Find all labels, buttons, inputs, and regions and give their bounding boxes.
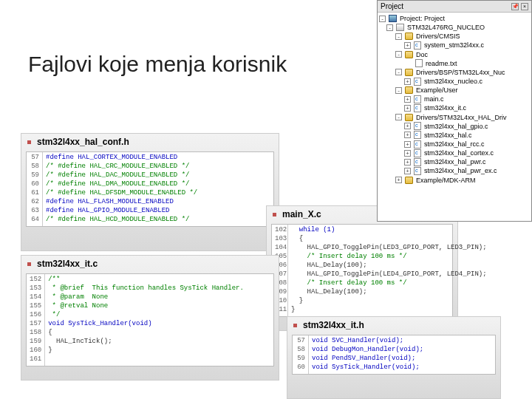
txt-icon <box>415 59 423 67</box>
project-panel-title: Project 📌 × <box>378 1 531 13</box>
code-line: /** <box>48 276 244 284</box>
code-line: * @param None <box>48 293 244 302</box>
line-number: 104 <box>275 244 284 253</box>
tree-item[interactable]: +stm32l4xx_hal_pwr.c <box>379 157 530 166</box>
tree-item-label: stm32l4xx_hal_gpio.c <box>424 122 488 131</box>
code-line: /* Insert delay 100 ms */ <box>291 253 487 262</box>
line-number: 64 <box>30 216 39 225</box>
project-title-text: Project <box>381 2 403 10</box>
code-line: */ <box>48 311 244 320</box>
cfile-icon <box>414 104 421 112</box>
expand-icon[interactable]: + <box>404 123 411 129</box>
tree-item-label: readme.txt <box>426 59 457 68</box>
tree-item[interactable]: +stm32l4xx_nucleo.c <box>379 77 530 86</box>
tree-item[interactable]: +stm32l4xx_hal_cortex.c <box>379 149 530 157</box>
code-line: } <box>48 347 244 355</box>
expand-icon[interactable]: + <box>404 150 411 157</box>
code-line: #define HAL_FLASH_MODULE_ENABLED <box>46 198 197 207</box>
expand-icon[interactable]: + <box>404 159 411 166</box>
line-number: 59 <box>30 171 39 180</box>
project-panel: Project 📌 × -Project: Project-STM32L476R… <box>377 0 532 222</box>
expand-icon[interactable]: + <box>404 168 411 174</box>
line-number: 62 <box>30 198 39 207</box>
tree-item-label: stm32l4xx_nucleo.c <box>424 77 482 86</box>
panel-header: stm32l4xx_hal_conf.h <box>21 134 279 150</box>
collapse-icon[interactable]: - <box>395 51 402 58</box>
bullet-icon <box>27 262 31 266</box>
line-number: 58 <box>296 346 305 355</box>
tree-item-label: stm32l4xx_hal.c <box>424 131 472 140</box>
code-line: /* #define HAL_DMA_MODULE_ENABLED */ <box>46 180 197 189</box>
project-tree[interactable]: -Project: Project-STM32L476RG_NUCLEO-Dri… <box>378 13 531 186</box>
line-number: 60 <box>296 364 305 372</box>
code-line: #define HAL_GPIO_MODULE_ENABLED <box>46 207 197 216</box>
cfile-icon <box>414 167 421 175</box>
tree-item-label: Drivers/STM32L4xx_HAL_Driv <box>416 113 507 122</box>
collapse-icon[interactable]: - <box>395 114 402 120</box>
code-line: /* #define HAL_DAC_MODULE_ENABLED */ <box>46 171 197 180</box>
expand-icon[interactable]: + <box>404 105 411 112</box>
collapse-icon[interactable]: - <box>379 16 386 22</box>
tree-item[interactable]: +main.c <box>379 95 530 103</box>
line-number: 160 <box>30 347 41 355</box>
code-line: void SysTick_Handler(void); <box>312 364 423 372</box>
close-icon[interactable]: × <box>521 3 528 10</box>
pin-icon[interactable]: 📌 <box>511 3 519 10</box>
tree-item[interactable]: -STM32L476RG_NUCLEO <box>379 23 530 32</box>
expand-icon[interactable]: + <box>404 132 411 138</box>
tree-item[interactable]: -Project: Project <box>379 14 530 23</box>
tree-item[interactable]: +stm32l4xx_hal_pwr_ex.c <box>379 166 530 175</box>
tree-item[interactable]: -Drivers/CMSIS <box>379 32 530 41</box>
code-line: HAL_Delay(100); <box>291 262 487 270</box>
line-number: 154 <box>30 293 41 302</box>
bullet-icon <box>273 213 276 216</box>
tree-item[interactable]: +stm32l4xx_it.c <box>379 103 530 112</box>
cfile-icon <box>414 149 421 157</box>
panel-header: stm32l4xx_it.h <box>287 317 500 333</box>
line-number: 63 <box>30 207 39 216</box>
expand-icon[interactable]: + <box>404 96 411 103</box>
tree-item[interactable]: +stm32l4xx_hal_gpio.c <box>379 122 530 131</box>
cfile-icon <box>414 140 421 149</box>
cfile-icon <box>414 122 421 130</box>
tree-item[interactable]: +system_stm32l4xx.c <box>379 41 530 50</box>
line-number: 58 <box>30 163 39 171</box>
line-number: 159 <box>30 338 41 347</box>
collapse-icon[interactable]: - <box>386 24 393 31</box>
tree-item[interactable]: -Drivers/BSP/STM32L4xx_Nuc <box>379 68 530 77</box>
line-number: 158 <box>30 329 41 338</box>
line-number: 60 <box>30 180 39 189</box>
panel-it-c: stm32l4xx_it.c 1521531541551561571581591… <box>21 255 279 381</box>
code-line: /* #define HAL_CRC_MODULE_ENABLED */ <box>46 163 197 171</box>
expand-icon[interactable]: + <box>395 177 402 183</box>
code-line: HAL_GPIO_TogglePin(LED3_GPIO_PORT, LED3_… <box>291 244 487 253</box>
code-block: 57585960 void SVC_Handler(void);void Deb… <box>292 335 496 375</box>
code-line: HAL_IncTick(); <box>48 338 244 347</box>
expand-icon[interactable]: + <box>404 141 411 148</box>
code-line: * @brief This function handles SysTick H… <box>48 284 244 293</box>
tree-item[interactable]: -Drivers/STM32L4xx_HAL_Driv <box>379 113 530 122</box>
line-number: 103 <box>275 235 284 244</box>
bullet-icon <box>27 140 31 144</box>
tree-item-label: main.c <box>424 95 444 103</box>
target-icon <box>396 24 404 31</box>
collapse-icon[interactable]: - <box>395 87 402 94</box>
tree-item-label: Drivers/CMSIS <box>416 32 460 41</box>
line-number: 157 <box>30 320 41 329</box>
expand-icon[interactable]: + <box>404 78 411 85</box>
code-line: * @retval None <box>48 302 244 311</box>
tree-item[interactable]: +Example/MDK-ARM <box>379 176 530 185</box>
collapse-icon[interactable]: - <box>395 33 402 40</box>
expand-icon[interactable]: + <box>404 42 411 49</box>
tree-item[interactable]: -Example/User <box>379 86 530 95</box>
tree-item[interactable]: -Doc <box>379 50 530 59</box>
tree-item[interactable]: readme.txt <box>379 59 530 68</box>
line-number: 61 <box>30 189 39 198</box>
collapse-icon[interactable]: - <box>395 69 402 75</box>
tree-item[interactable]: +stm32l4xx_hal.c <box>379 131 530 140</box>
panel-main-x: main_X.c 102103104105106107108109110111 … <box>266 205 458 331</box>
tree-item[interactable]: +stm32l4xx_hal_rcc.c <box>379 140 530 149</box>
proj-icon <box>389 15 397 22</box>
tree-item-label: Doc <box>416 50 428 59</box>
code-block: 152153154155156157158159160161 /** * @br… <box>26 273 274 366</box>
